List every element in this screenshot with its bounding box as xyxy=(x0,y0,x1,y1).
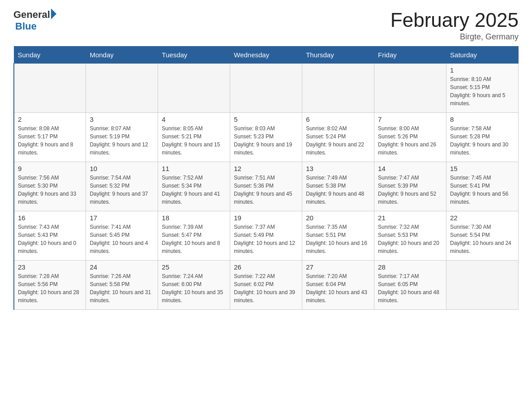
day-info: Sunrise: 7:32 AMSunset: 5:53 PMDaylight:… xyxy=(378,223,442,255)
calendar-day-cell: 5Sunrise: 8:03 AMSunset: 5:23 PMDaylight… xyxy=(230,113,302,162)
day-number: 4 xyxy=(162,116,226,123)
day-of-week-header: Friday xyxy=(374,47,446,64)
calendar-day-cell: 14Sunrise: 7:47 AMSunset: 5:39 PMDayligh… xyxy=(374,162,446,211)
day-info: Sunrise: 7:41 AMSunset: 5:45 PMDaylight:… xyxy=(90,223,154,255)
calendar-day-cell: 11Sunrise: 7:52 AMSunset: 5:34 PMDayligh… xyxy=(158,162,230,211)
calendar-day-cell xyxy=(14,64,86,113)
day-info: Sunrise: 8:00 AMSunset: 5:26 PMDaylight:… xyxy=(378,124,442,157)
day-info: Sunrise: 7:49 AMSunset: 5:38 PMDaylight:… xyxy=(306,174,370,206)
day-info: Sunrise: 7:45 AMSunset: 5:41 PMDaylight:… xyxy=(450,174,515,206)
logo-general: General xyxy=(13,9,50,21)
calendar-day-cell: 7Sunrise: 8:00 AMSunset: 5:26 PMDaylight… xyxy=(374,113,446,162)
calendar-day-cell: 22Sunrise: 7:30 AMSunset: 5:54 PMDayligh… xyxy=(446,211,519,261)
day-number: 28 xyxy=(378,263,442,271)
day-info: Sunrise: 7:47 AMSunset: 5:39 PMDaylight:… xyxy=(378,174,442,206)
page-header: General Blue February 2025 Birgte, Germa… xyxy=(13,9,519,42)
calendar-day-cell: 8Sunrise: 7:58 AMSunset: 5:28 PMDaylight… xyxy=(446,113,519,162)
title-section: February 2025 Birgte, Germany xyxy=(390,9,519,42)
day-number: 13 xyxy=(306,165,370,172)
day-number: 15 xyxy=(450,165,515,172)
day-number: 17 xyxy=(90,214,154,222)
day-info: Sunrise: 8:07 AMSunset: 5:19 PMDaylight:… xyxy=(90,124,154,157)
day-info: Sunrise: 8:10 AMSunset: 5:15 PMDaylight:… xyxy=(450,75,515,107)
calendar-day-cell: 2Sunrise: 8:08 AMSunset: 5:17 PMDaylight… xyxy=(14,113,86,162)
day-info: Sunrise: 7:28 AMSunset: 5:56 PMDaylight:… xyxy=(18,272,82,304)
day-info: Sunrise: 7:54 AMSunset: 5:32 PMDaylight:… xyxy=(90,174,154,206)
calendar-day-cell: 26Sunrise: 7:22 AMSunset: 6:02 PMDayligh… xyxy=(230,261,302,310)
day-number: 9 xyxy=(18,165,82,172)
calendar-week-row: 2Sunrise: 8:08 AMSunset: 5:17 PMDaylight… xyxy=(14,113,519,162)
day-number: 19 xyxy=(234,214,298,222)
day-info: Sunrise: 7:51 AMSunset: 5:36 PMDaylight:… xyxy=(234,174,298,206)
calendar-day-cell: 23Sunrise: 7:28 AMSunset: 5:56 PMDayligh… xyxy=(14,261,86,310)
day-of-week-header: Saturday xyxy=(446,47,519,64)
day-number: 7 xyxy=(378,116,442,123)
calendar-day-cell: 12Sunrise: 7:51 AMSunset: 5:36 PMDayligh… xyxy=(230,162,302,211)
day-number: 8 xyxy=(450,116,515,123)
day-number: 26 xyxy=(234,263,298,271)
calendar-week-row: 1Sunrise: 8:10 AMSunset: 5:15 PMDaylight… xyxy=(14,64,519,113)
day-info: Sunrise: 7:37 AMSunset: 5:49 PMDaylight:… xyxy=(234,223,298,255)
day-info: Sunrise: 8:05 AMSunset: 5:21 PMDaylight:… xyxy=(162,124,226,157)
day-number: 23 xyxy=(18,263,82,271)
logo: General Blue xyxy=(13,9,56,32)
calendar-day-cell: 4Sunrise: 8:05 AMSunset: 5:21 PMDaylight… xyxy=(158,113,230,162)
day-info: Sunrise: 8:08 AMSunset: 5:17 PMDaylight:… xyxy=(18,124,82,157)
day-info: Sunrise: 8:03 AMSunset: 5:23 PMDaylight:… xyxy=(234,124,298,157)
calendar-day-cell: 6Sunrise: 8:02 AMSunset: 5:24 PMDaylight… xyxy=(302,113,374,162)
calendar-day-cell: 25Sunrise: 7:24 AMSunset: 6:00 PMDayligh… xyxy=(158,261,230,310)
day-number: 10 xyxy=(90,165,154,172)
calendar-day-cell: 27Sunrise: 7:20 AMSunset: 6:04 PMDayligh… xyxy=(302,261,374,310)
logo-arrow-icon xyxy=(51,9,56,19)
day-number: 3 xyxy=(90,116,154,123)
day-info: Sunrise: 7:52 AMSunset: 5:34 PMDaylight:… xyxy=(162,174,226,206)
calendar-day-cell: 24Sunrise: 7:26 AMSunset: 5:58 PMDayligh… xyxy=(86,261,158,310)
calendar-day-cell xyxy=(230,64,302,113)
day-info: Sunrise: 7:30 AMSunset: 5:54 PMDaylight:… xyxy=(450,223,515,255)
day-info: Sunrise: 7:39 AMSunset: 5:47 PMDaylight:… xyxy=(162,223,226,255)
calendar-day-cell: 16Sunrise: 7:43 AMSunset: 5:43 PMDayligh… xyxy=(14,211,86,261)
calendar-day-cell: 19Sunrise: 7:37 AMSunset: 5:49 PMDayligh… xyxy=(230,211,302,261)
calendar-header-row: SundayMondayTuesdayWednesdayThursdayFrid… xyxy=(14,47,519,64)
month-title: February 2025 xyxy=(390,9,519,31)
day-number: 21 xyxy=(378,214,442,222)
calendar-day-cell: 1Sunrise: 8:10 AMSunset: 5:15 PMDaylight… xyxy=(446,64,519,113)
calendar-day-cell: 20Sunrise: 7:35 AMSunset: 5:51 PMDayligh… xyxy=(302,211,374,261)
calendar-week-row: 16Sunrise: 7:43 AMSunset: 5:43 PMDayligh… xyxy=(14,211,519,261)
day-number: 20 xyxy=(306,214,370,222)
location: Birgte, Germany xyxy=(390,32,519,42)
day-number: 14 xyxy=(378,165,442,172)
day-number: 11 xyxy=(162,165,226,172)
day-number: 22 xyxy=(450,214,515,222)
calendar-day-cell: 15Sunrise: 7:45 AMSunset: 5:41 PMDayligh… xyxy=(446,162,519,211)
day-number: 1 xyxy=(450,66,515,74)
calendar-day-cell xyxy=(446,261,519,310)
day-info: Sunrise: 7:17 AMSunset: 6:05 PMDaylight:… xyxy=(378,272,442,304)
day-of-week-header: Thursday xyxy=(302,47,374,64)
calendar-day-cell: 3Sunrise: 8:07 AMSunset: 5:19 PMDaylight… xyxy=(86,113,158,162)
calendar-week-row: 9Sunrise: 7:56 AMSunset: 5:30 PMDaylight… xyxy=(14,162,519,211)
day-of-week-header: Monday xyxy=(86,47,158,64)
day-info: Sunrise: 7:43 AMSunset: 5:43 PMDaylight:… xyxy=(18,223,82,255)
day-of-week-header: Sunday xyxy=(14,47,86,64)
day-of-week-header: Wednesday xyxy=(230,47,302,64)
calendar-day-cell: 28Sunrise: 7:17 AMSunset: 6:05 PMDayligh… xyxy=(374,261,446,310)
calendar-day-cell: 10Sunrise: 7:54 AMSunset: 5:32 PMDayligh… xyxy=(86,162,158,211)
calendar-day-cell xyxy=(374,64,446,113)
day-info: Sunrise: 7:24 AMSunset: 6:00 PMDaylight:… xyxy=(162,272,226,304)
calendar-table: SundayMondayTuesdayWednesdayThursdayFrid… xyxy=(13,46,519,310)
day-info: Sunrise: 8:02 AMSunset: 5:24 PMDaylight:… xyxy=(306,124,370,157)
day-info: Sunrise: 7:58 AMSunset: 5:28 PMDaylight:… xyxy=(450,124,515,157)
day-number: 24 xyxy=(90,263,154,271)
day-info: Sunrise: 7:22 AMSunset: 6:02 PMDaylight:… xyxy=(234,272,298,304)
logo-blue: Blue xyxy=(15,21,37,32)
day-info: Sunrise: 7:35 AMSunset: 5:51 PMDaylight:… xyxy=(306,223,370,255)
day-number: 27 xyxy=(306,263,370,271)
day-number: 16 xyxy=(18,214,82,222)
calendar-day-cell xyxy=(158,64,230,113)
day-info: Sunrise: 7:20 AMSunset: 6:04 PMDaylight:… xyxy=(306,272,370,304)
day-info: Sunrise: 7:26 AMSunset: 5:58 PMDaylight:… xyxy=(90,272,154,304)
calendar-day-cell xyxy=(302,64,374,113)
calendar-day-cell xyxy=(86,64,158,113)
day-number: 5 xyxy=(234,116,298,123)
